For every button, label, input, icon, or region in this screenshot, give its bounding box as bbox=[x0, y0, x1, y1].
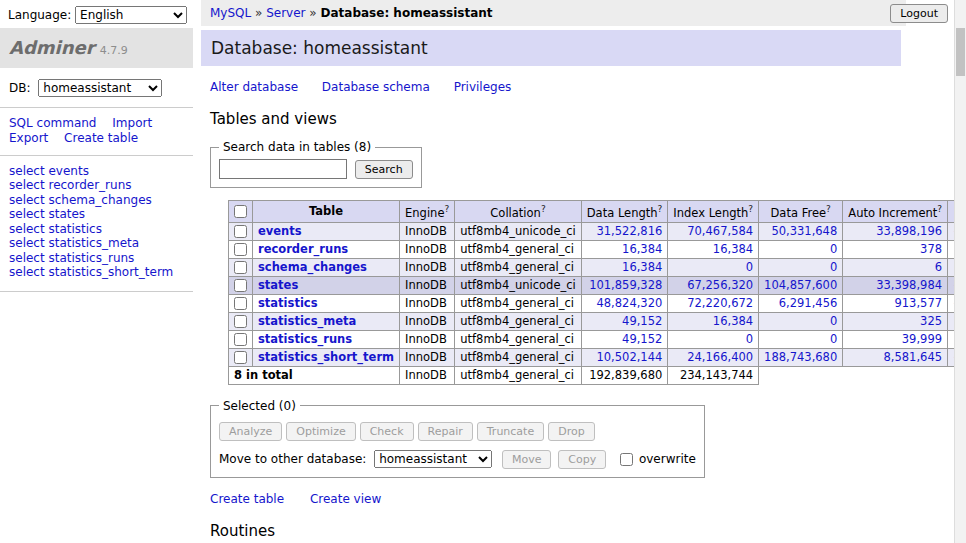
sidebar-table-link[interactable]: select statistics_short_term bbox=[9, 266, 184, 279]
table-name-link[interactable]: states bbox=[258, 278, 298, 292]
logout-button[interactable]: Logout bbox=[890, 4, 948, 23]
auto-increment-link[interactable]: 39,999 bbox=[902, 332, 942, 346]
data-free-link[interactable]: 0 bbox=[830, 260, 837, 274]
app-name: Adminer bbox=[9, 37, 95, 58]
engine-cell: InnoDB bbox=[400, 276, 455, 294]
search-button[interactable]: Search bbox=[355, 160, 413, 179]
index-length-cell: 70,467,584 bbox=[668, 222, 759, 240]
data-free-link[interactable]: 6,291,456 bbox=[779, 296, 838, 310]
db-nav-link[interactable]: Database schema bbox=[322, 80, 430, 94]
data-length-link[interactable]: 101,859,328 bbox=[589, 278, 662, 292]
data-length-link[interactable]: 16,384 bbox=[622, 242, 662, 256]
select-all-checkbox[interactable] bbox=[234, 205, 247, 218]
index-length-link[interactable]: 72,220,672 bbox=[687, 296, 753, 310]
index-length-link[interactable]: 24,166,400 bbox=[687, 350, 753, 364]
data-free-link[interactable]: 0 bbox=[830, 314, 837, 328]
column-help-link[interactable]: ? bbox=[541, 204, 546, 214]
table-name-link[interactable]: events bbox=[258, 224, 302, 238]
data-free-link[interactable]: 0 bbox=[830, 242, 837, 256]
index-length-link[interactable]: 16,384 bbox=[713, 242, 753, 256]
sidebar-table-link[interactable]: select statistics bbox=[9, 223, 184, 236]
sidebar-table-link[interactable]: select statistics_meta bbox=[9, 237, 184, 250]
table-name-link[interactable]: recorder_runs bbox=[258, 242, 348, 256]
table-name-link[interactable]: statistics_meta bbox=[258, 314, 356, 328]
index-length-link[interactable]: 0 bbox=[746, 260, 753, 274]
auto-increment-link[interactable]: 6 bbox=[935, 260, 942, 274]
row-checkbox[interactable] bbox=[234, 315, 247, 328]
index-length-link[interactable]: 0 bbox=[746, 332, 753, 346]
sidebar-action-link[interactable]: Create table bbox=[64, 131, 138, 145]
row-checkbox[interactable] bbox=[234, 261, 247, 274]
overwrite-checkbox[interactable] bbox=[620, 453, 633, 466]
sidebar-table-link[interactable]: select states bbox=[9, 208, 184, 221]
row-checkbox[interactable] bbox=[234, 225, 247, 238]
data-free-cell: 6,291,456 bbox=[759, 294, 843, 312]
table-row: statesInnoDButf8mb4_unicode_ci101,859,32… bbox=[229, 276, 966, 294]
auto-increment-link[interactable]: 913,577 bbox=[894, 296, 942, 310]
sidebar-action-link[interactable]: Export bbox=[9, 131, 48, 145]
data-length-cell: 16,384 bbox=[581, 240, 668, 258]
total-index-length: 234,143,744 bbox=[668, 366, 759, 384]
row-checkbox[interactable] bbox=[234, 243, 247, 256]
row-checkbox[interactable] bbox=[234, 333, 247, 346]
table-name-link[interactable]: statistics bbox=[258, 296, 318, 310]
index-length-link[interactable]: 16,384 bbox=[713, 314, 753, 328]
db-select[interactable]: homeassistant bbox=[38, 79, 162, 97]
breadcrumb-link[interactable]: MySQL bbox=[210, 6, 251, 20]
data-free-link[interactable]: 0 bbox=[830, 332, 837, 346]
table-name-link[interactable]: statistics_short_term bbox=[258, 350, 394, 364]
auto-increment-link[interactable]: 378 bbox=[920, 242, 942, 256]
data-length-link[interactable]: 49,152 bbox=[622, 332, 662, 346]
db-nav-link[interactable]: Privileges bbox=[454, 80, 512, 94]
sidebar-table-link[interactable]: select events bbox=[9, 165, 184, 178]
create-link[interactable]: Create table bbox=[210, 492, 284, 506]
row-checkbox-cell bbox=[229, 312, 253, 330]
move-db-select[interactable]: homeassistant bbox=[374, 450, 492, 468]
data-length-link[interactable]: 16,384 bbox=[622, 260, 662, 274]
auto-increment-cell: 8,581,645 bbox=[843, 348, 948, 366]
sidebar-table-link[interactable]: select schema_changes bbox=[9, 194, 184, 207]
column-help-link[interactable]: ? bbox=[937, 204, 942, 214]
scrollbar[interactable] bbox=[954, 0, 966, 543]
column-help-link[interactable]: ? bbox=[658, 204, 663, 214]
data-free-link[interactable]: 104,857,600 bbox=[764, 278, 837, 292]
data-length-link[interactable]: 31,522,816 bbox=[596, 224, 662, 238]
auto-increment-link[interactable]: 325 bbox=[920, 314, 942, 328]
data-length-link[interactable]: 10,502,144 bbox=[596, 350, 662, 364]
column-label: Index Length bbox=[673, 206, 748, 220]
column-help-link[interactable]: ? bbox=[748, 204, 753, 214]
column-help-link[interactable]: ? bbox=[826, 204, 831, 214]
search-input[interactable] bbox=[219, 159, 347, 179]
row-checkbox[interactable] bbox=[234, 351, 247, 364]
data-length-link[interactable]: 48,824,320 bbox=[596, 296, 662, 310]
db-nav-link[interactable]: Alter database bbox=[210, 80, 298, 94]
auto-increment-link[interactable]: 33,398,984 bbox=[876, 278, 942, 292]
index-length-link[interactable]: 67,256,320 bbox=[687, 278, 753, 292]
data-free-link[interactable]: 50,331,648 bbox=[771, 224, 837, 238]
data-free-link[interactable]: 188,743,680 bbox=[764, 350, 837, 364]
app-version: 4.7.9 bbox=[100, 44, 128, 57]
auto-increment-link[interactable]: 8,581,645 bbox=[884, 350, 943, 364]
table-row: statistics_metaInnoDButf8mb4_general_ci4… bbox=[229, 312, 966, 330]
row-checkbox[interactable] bbox=[234, 297, 247, 310]
sidebar-table-link[interactable]: select statistics_runs bbox=[9, 252, 184, 265]
sidebar-actions-row2: Export Create table bbox=[9, 131, 184, 146]
sidebar-table-link[interactable]: select recorder_runs bbox=[9, 179, 184, 192]
column-help-link[interactable]: ? bbox=[444, 204, 449, 214]
select-all-cell bbox=[229, 201, 253, 223]
scrollbar-thumb[interactable] bbox=[956, 28, 965, 76]
sidebar-action-link[interactable]: Import bbox=[112, 116, 152, 130]
breadcrumb-link[interactable]: Server bbox=[266, 6, 305, 20]
sidebar-action-link[interactable]: SQL command bbox=[9, 116, 96, 130]
table-name-link[interactable]: statistics_runs bbox=[258, 332, 352, 346]
engine-cell: InnoDB bbox=[400, 366, 455, 384]
index-length-link[interactable]: 70,467,584 bbox=[687, 224, 753, 238]
create-link[interactable]: Create view bbox=[310, 492, 381, 506]
language-select[interactable]: English bbox=[75, 6, 187, 24]
overwrite-label[interactable]: overwrite bbox=[618, 452, 696, 466]
table-name-link[interactable]: schema_changes bbox=[258, 260, 367, 274]
row-checkbox[interactable] bbox=[234, 279, 247, 292]
data-length-link[interactable]: 49,152 bbox=[622, 314, 662, 328]
auto-increment-link[interactable]: 33,898,196 bbox=[876, 224, 942, 238]
index-length-cell: 16,384 bbox=[668, 240, 759, 258]
